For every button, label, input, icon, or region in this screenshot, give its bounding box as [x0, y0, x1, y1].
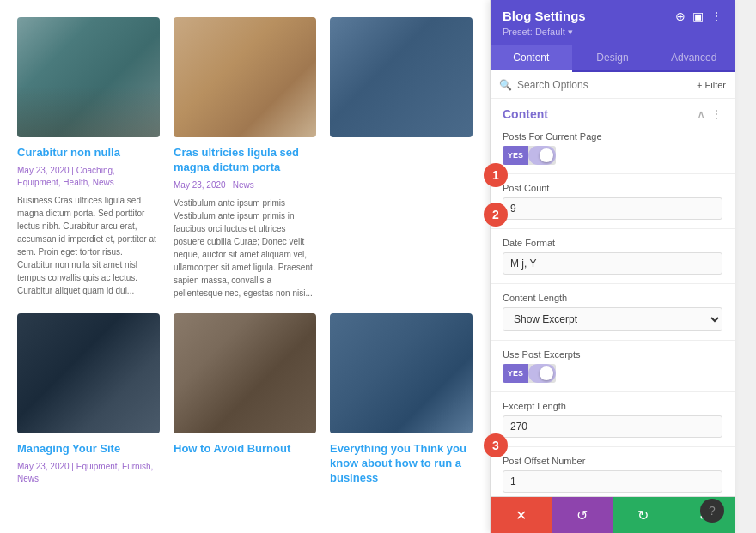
post-excerpt-1: Business Cras ultrices ligula sed magna … — [17, 194, 160, 297]
posts-current-page-toggle[interactable]: YES — [503, 146, 722, 165]
excerpt-length-input[interactable] — [503, 415, 722, 438]
post-count-label: Post Count — [503, 183, 722, 193]
post-image-2 — [174, 17, 316, 137]
post-image-1 — [17, 17, 160, 137]
excerpt-length-label: Excerpt Length — [503, 401, 722, 411]
divider-3 — [491, 283, 735, 284]
divider-5 — [491, 391, 735, 392]
post-image-5 — [174, 313, 316, 433]
date-format-label: Date Format — [503, 238, 722, 248]
date-format-input[interactable] — [503, 252, 722, 275]
field-post-count: Post Count — [491, 178, 735, 225]
posts-current-page-label: Posts For Current Page — [503, 131, 722, 142]
help-circle-button[interactable]: ? — [700, 499, 724, 523]
toggle-track-excerpts[interactable] — [528, 364, 556, 383]
field-use-post-excerpts: Use Post Excerpts YES — [491, 344, 735, 388]
search-input[interactable] — [517, 79, 692, 91]
post-title-6[interactable]: Everything you Think you know about how … — [330, 442, 472, 486]
use-post-excerpts-label: Use Post Excerpts — [503, 349, 722, 360]
post-image-3 — [330, 17, 472, 137]
toggle-yes-excerpts: YES — [503, 364, 528, 383]
toggle-yes-label: YES — [503, 146, 528, 165]
field-post-offset: Post Offset Number — [491, 451, 735, 496]
panel-search: 🔍 + Filter — [491, 72, 735, 99]
step-badge-1: 1 — [484, 163, 508, 187]
use-post-excerpts-toggle[interactable]: YES — [503, 364, 722, 383]
toggle-switch-posts[interactable]: YES — [503, 146, 556, 165]
step-badge-2: 2 — [484, 203, 508, 227]
post-card-1: Curabitur non nulla May 23, 2020 | Coach… — [17, 17, 160, 300]
divider-6 — [491, 446, 735, 447]
tab-content[interactable]: Content — [491, 45, 572, 72]
filter-button[interactable]: + Filter — [697, 80, 726, 90]
post-title-5[interactable]: How to Avoid Burnout — [174, 442, 316, 457]
post-offset-label: Post Offset Number — [503, 456, 722, 466]
panel-toolbar: ✕ ↺ ↻ ✓ — [491, 496, 735, 533]
redo-button[interactable]: ↻ — [613, 497, 674, 533]
panel-header-icons: ⊕ ▣ ⋮ — [675, 9, 722, 23]
post-title-4[interactable]: Managing Your Site — [17, 442, 160, 457]
tab-advanced[interactable]: Advanced — [653, 45, 735, 72]
post-count-input[interactable] — [503, 197, 722, 220]
preset-label[interactable]: Preset: Default ▾ — [503, 27, 573, 38]
content-length-label: Content Length — [503, 293, 722, 303]
blog-area: Curabitur non nulla May 23, 2020 | Coach… — [0, 0, 490, 533]
post-image-4 — [17, 313, 160, 433]
settings-panel: Blog Settings ⊕ ▣ ⋮ Preset: Default ▾ Co… — [490, 0, 735, 533]
section-more-icon[interactable]: ⋮ — [710, 107, 722, 121]
more-icon[interactable]: ⋮ — [710, 9, 722, 23]
undo-button[interactable]: ↺ — [552, 497, 613, 533]
panel-content: Content ∧ ⋮ Posts For Current Page YES P… — [491, 99, 735, 496]
panel-title: Blog Settings — [503, 9, 586, 23]
expand-icon[interactable]: ⊕ — [675, 9, 686, 23]
post-meta-1: May 23, 2020 | Coaching, Equipment, Heal… — [17, 165, 160, 189]
field-posts-current-page: Posts For Current Page YES — [491, 126, 735, 170]
step-badge-3: 3 — [484, 433, 508, 457]
divider-1 — [491, 173, 735, 174]
content-length-select[interactable]: Show Excerpt — [503, 307, 722, 331]
post-card-2: Cras ultricies ligula sed magna dictum p… — [174, 17, 316, 300]
field-content-length: Content Length Show Excerpt — [491, 288, 735, 336]
collapse-icon[interactable]: ∧ — [697, 107, 705, 121]
section-header-content: Content ∧ ⋮ — [491, 99, 735, 126]
post-title-2[interactable]: Cras ultricies ligula sed magna dictum p… — [174, 146, 316, 175]
section-title: Content — [503, 107, 548, 121]
panel-tabs: Content Design Advanced — [491, 45, 735, 72]
section-header-icons: ∧ ⋮ — [697, 107, 722, 121]
search-icon: 🔍 — [499, 79, 512, 91]
post-meta-2: May 23, 2020 | News — [174, 179, 316, 191]
post-offset-input[interactable] — [503, 470, 722, 493]
panel-header: Blog Settings ⊕ ▣ ⋮ Preset: Default ▾ — [491, 0, 735, 45]
toggle-track-posts[interactable] — [528, 146, 556, 165]
post-excerpt-2: Vestibulum ante ipsum primis Vestibulum … — [174, 197, 316, 300]
post-card-3 — [330, 17, 472, 300]
post-meta-4: May 23, 2020 | Equipment, Furnish, News — [17, 461, 160, 485]
tab-design[interactable]: Design — [572, 45, 654, 72]
post-card-6: Everything you Think you know about how … — [330, 313, 472, 490]
divider-4 — [491, 340, 735, 341]
layout-icon[interactable]: ▣ — [692, 9, 704, 23]
post-card-4: Managing Your Site May 23, 2020 | Equipm… — [17, 313, 160, 490]
toggle-switch-excerpts[interactable]: YES — [503, 364, 556, 383]
post-image-6 — [330, 313, 472, 433]
post-card-5: How to Avoid Burnout — [174, 313, 316, 490]
divider-2 — [491, 228, 735, 229]
field-date-format: Date Format — [491, 233, 735, 280]
cancel-button[interactable]: ✕ — [491, 497, 552, 533]
posts-grid: Curabitur non nulla May 23, 2020 | Coach… — [17, 17, 472, 490]
preset-row: Preset: Default ▾ — [503, 27, 722, 38]
post-title-1[interactable]: Curabitur non nulla — [17, 146, 160, 161]
field-excerpt-length: Excerpt Length — [491, 396, 735, 443]
